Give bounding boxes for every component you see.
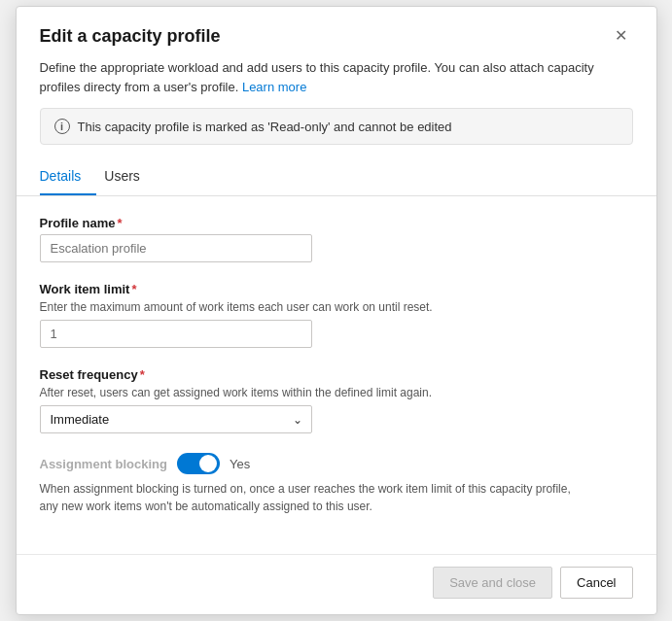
tab-users[interactable]: Users xyxy=(104,160,156,195)
profile-name-input[interactable] xyxy=(40,234,312,262)
work-item-limit-group: Work item limit* Enter the maximum amoun… xyxy=(40,282,633,348)
assignment-blocking-group: Assignment blocking Yes When assignment … xyxy=(40,453,633,515)
assignment-blocking-description: When assignment blocking is turned on, o… xyxy=(40,480,584,515)
cancel-button[interactable]: Cancel xyxy=(560,567,632,599)
assignment-blocking-label: Assignment blocking xyxy=(40,457,167,471)
profile-name-group: Profile name* xyxy=(40,216,633,262)
dialog-description: Define the appropriate workload and add … xyxy=(17,58,656,108)
tabs-container: Details Users xyxy=(17,160,656,196)
toggle-thumb xyxy=(199,455,217,472)
readonly-message: This capacity profile is marked as 'Read… xyxy=(78,120,452,134)
reset-frequency-label: Reset frequency* xyxy=(40,367,633,382)
dialog-header: Edit a capacity profile ✕ xyxy=(17,7,656,58)
reset-frequency-group: Reset frequency* After reset, users can … xyxy=(40,367,633,433)
work-item-limit-sublabel: Enter the maximum amount of work items e… xyxy=(40,300,633,314)
dialog-footer: Save and close Cancel xyxy=(17,554,656,614)
info-icon: i xyxy=(54,119,70,134)
readonly-banner: i This capacity profile is marked as 'Re… xyxy=(40,108,633,145)
required-star-3: * xyxy=(140,367,145,382)
form-body: Profile name* Work item limit* Enter the… xyxy=(17,196,656,554)
profile-name-label: Profile name* xyxy=(40,216,633,230)
dialog-title: Edit a capacity profile xyxy=(40,26,221,47)
save-and-close-button[interactable]: Save and close xyxy=(433,567,552,599)
assignment-blocking-toggle[interactable] xyxy=(177,453,220,474)
work-item-limit-label: Work item limit* xyxy=(40,282,633,296)
reset-frequency-select[interactable]: Immediate Daily Weekly Monthly xyxy=(40,405,312,433)
required-star: * xyxy=(118,216,123,230)
required-star-2: * xyxy=(131,282,136,296)
tab-details[interactable]: Details xyxy=(40,160,97,195)
close-icon: ✕ xyxy=(615,27,627,44)
work-item-limit-input[interactable] xyxy=(40,320,312,348)
reset-frequency-select-wrapper: Immediate Daily Weekly Monthly ⌄ xyxy=(40,405,312,433)
toggle-row: Assignment blocking Yes xyxy=(40,453,633,474)
learn-more-link[interactable]: Learn more xyxy=(242,80,306,94)
reset-frequency-sublabel: After reset, users can get assigned work… xyxy=(40,386,633,399)
edit-capacity-profile-dialog: Edit a capacity profile ✕ Define the app… xyxy=(16,6,657,615)
close-button[interactable]: ✕ xyxy=(609,26,633,46)
toggle-status: Yes xyxy=(230,457,250,471)
